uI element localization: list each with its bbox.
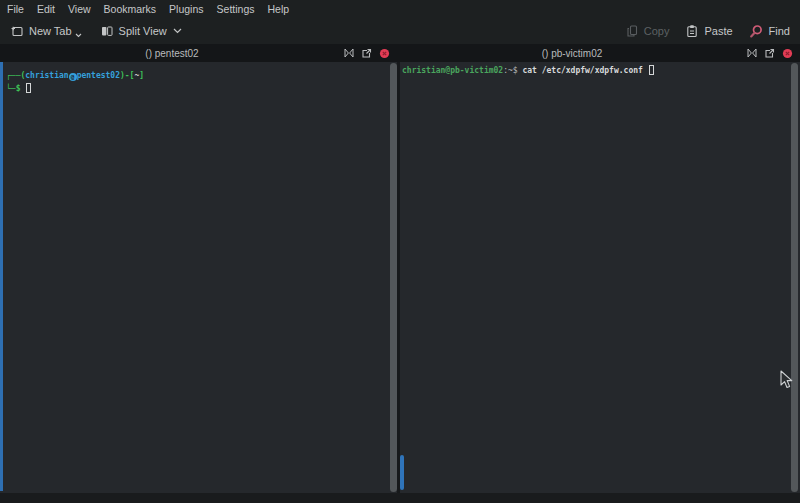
konsole-window: File Edit View Bookmarks Plugins Setting… <box>0 0 800 503</box>
menu-item-view[interactable]: View <box>68 3 91 15</box>
scrollbar-left-pane[interactable] <box>390 63 397 492</box>
menu-item-bookmarks[interactable]: Bookmarks <box>104 3 157 15</box>
split-view-label: Split View <box>119 25 167 37</box>
paste-label: Paste <box>704 25 732 37</box>
toolbar: New Tab Split View <box>0 18 800 44</box>
terminal-pentest02[interactable]: ┌──(christian@pentest02)-[~]└─$ <box>0 62 397 493</box>
paste-button[interactable]: Paste <box>685 24 732 38</box>
paste-icon <box>685 24 699 38</box>
split-view-button[interactable]: Split View <box>100 24 182 38</box>
pane-accent-bar <box>400 455 404 490</box>
terminal-cursor <box>26 83 31 93</box>
detach-tab-icon[interactable] <box>764 48 775 59</box>
terminal-cursor <box>649 65 654 75</box>
menu-item-file[interactable]: File <box>7 3 24 15</box>
find-button[interactable]: Find <box>749 24 790 39</box>
window-bottom-edge <box>0 493 800 503</box>
menu-item-edit[interactable]: Edit <box>37 3 55 15</box>
find-label: Find <box>769 25 790 37</box>
terminal-pb-victim02[interactable]: christian@pb-victim02:~$ cat /etc/xdpfw/… <box>400 62 800 493</box>
menu-item-plugins[interactable]: Plugins <box>169 3 203 15</box>
new-tab-menu-caret-icon <box>75 33 82 38</box>
tab-title-pentest02[interactable]: () pentest02 <box>0 48 344 59</box>
scrollbar-right-pane[interactable] <box>791 63 798 492</box>
menu-bar: File Edit View Bookmarks Plugins Setting… <box>0 0 800 18</box>
terminal-output-pentest02: ┌──(christian@pentest02)-[~]└─$ <box>0 62 397 493</box>
detach-tab-icon[interactable] <box>361 48 372 59</box>
search-icon <box>749 24 764 39</box>
terminal-output-pb-victim02: christian@pb-victim02:~$ cat /etc/xdpfw/… <box>400 62 800 493</box>
maximize-view-icon[interactable] <box>747 48 757 58</box>
split-view-icon <box>100 24 114 38</box>
copy-button[interactable]: Copy <box>625 24 670 38</box>
close-tab-icon[interactable] <box>379 48 390 59</box>
tab-title-pb-victim02[interactable]: () pb-victim02 <box>397 48 747 59</box>
new-tab-button[interactable]: New Tab <box>10 24 82 38</box>
tab-bar-pb-victim02: () pb-victim02 <box>397 44 800 62</box>
copy-icon <box>625 24 639 38</box>
new-tab-label: New Tab <box>29 25 72 37</box>
copy-label: Copy <box>644 25 670 37</box>
maximize-view-icon[interactable] <box>344 48 354 58</box>
menu-item-settings[interactable]: Settings <box>217 3 255 15</box>
close-tab-icon[interactable] <box>782 48 793 59</box>
menu-item-help[interactable]: Help <box>268 3 290 15</box>
split-view-caret-icon <box>173 28 182 34</box>
tab-bar-pentest02: () pentest02 <box>0 44 397 62</box>
new-tab-icon <box>10 24 24 38</box>
mouse-pointer-icon <box>780 370 794 390</box>
